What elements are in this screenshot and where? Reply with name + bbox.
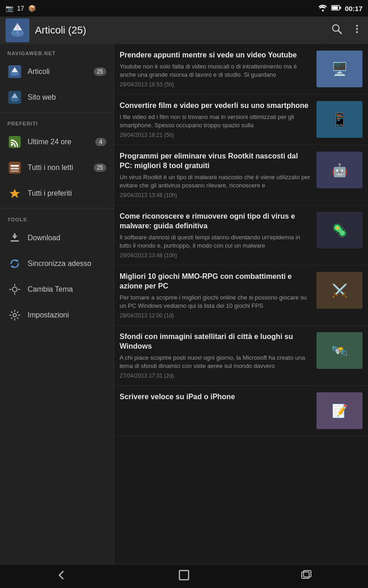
app-logo <box>6 18 29 42</box>
home-button[interactable] <box>168 565 200 588</box>
settings-icon <box>7 308 22 322</box>
article-title: Sfondi con immagini satellitari di città… <box>120 332 312 351</box>
sidebar-item-ultime-24-ore[interactable]: Ultime 24 ore 4 <box>0 129 114 155</box>
article-meta: 29/04/2013 13:48 (10h) <box>120 252 312 259</box>
battery-icon <box>331 5 341 12</box>
article-content: Programmi per eliminare virus Rootkit na… <box>120 152 316 198</box>
clock: 00:17 <box>345 5 362 12</box>
sync-icon <box>7 256 22 271</box>
status-bar: 📷 17 📦 00:17 <box>0 0 368 17</box>
theme-icon <box>7 282 22 297</box>
sidebar-item-tutti-preferiti[interactable]: Tutti i preferiti <box>0 181 114 206</box>
article-list: Prendere appunti mentre si vede un video… <box>114 44 368 564</box>
article-content: Convertire film e video per vederli su u… <box>120 101 316 138</box>
sidebar-item-tutti-non-letti[interactable]: Tutti i non letti 25 <box>0 155 114 181</box>
svg-rect-25 <box>11 240 19 242</box>
impostazioni-label: Impostazioni <box>28 311 106 319</box>
article-thumbnail: 🤖 <box>316 152 362 188</box>
svg-rect-22 <box>11 168 19 170</box>
article-meta: 27/04/2013 17:31 (2d) <box>120 373 312 379</box>
article-thumbnail: 📝 <box>316 392 362 429</box>
article-item[interactable]: Migliori 10 giochi MMO-RPG con combattim… <box>114 266 368 326</box>
status-left: 📷 17 📦 <box>6 5 36 12</box>
svg-rect-23 <box>11 170 19 172</box>
cambia-tema-label: Cambia Tema <box>28 285 106 294</box>
svg-point-19 <box>11 144 13 146</box>
article-content: Prendere appunti mentre si vede un video… <box>120 51 316 88</box>
sincronizza-label: Sincronizza adesso <box>28 260 106 268</box>
svg-point-11 <box>356 31 358 33</box>
divider-2 <box>0 208 114 209</box>
sidebar-item-sito-web[interactable]: Sito web <box>0 85 114 110</box>
article-thumbnail: 🦠 <box>316 212 362 249</box>
svg-rect-1 <box>339 6 341 9</box>
ultime-24-ore-badge: 4 <box>95 138 106 146</box>
tutti-non-letti-label: Tutti i non letti <box>28 164 94 172</box>
rss-icon <box>7 135 22 149</box>
svg-rect-36 <box>179 571 189 580</box>
sidebar-item-impostazioni[interactable]: Impostazioni <box>0 302 114 328</box>
article-content: Sfondi con immagini satellitari di città… <box>120 332 316 379</box>
svg-rect-27 <box>14 233 16 237</box>
article-thumbnail: 🖥️ <box>316 51 362 87</box>
article-excerpt: A chi piace scoprire posti nuovi ogni gi… <box>120 354 312 370</box>
article-title: Migliori 10 giochi MMO-RPG con combattim… <box>120 272 312 291</box>
article-item[interactable]: Scrivere veloce su iPad o iPhone📝 <box>114 386 368 436</box>
bottom-nav <box>0 564 368 588</box>
preferiti-label: PREFERITI <box>0 114 114 129</box>
article-item[interactable]: Come riconoscere e rimuovere ogni tipo d… <box>114 205 368 266</box>
wifi-icon <box>318 4 328 13</box>
recents-button[interactable] <box>291 565 322 588</box>
article-item[interactable]: Prendere appunti mentre si vede un video… <box>114 44 368 95</box>
svg-point-9 <box>356 25 358 27</box>
article-excerpt: Il software dannosi di questi tempi stan… <box>120 233 312 250</box>
article-meta: 29/04/2013 13:48 (10h) <box>120 192 312 198</box>
article-meta: 29/04/2013 18:21 (5h) <box>120 132 312 138</box>
sidebar-item-articoli[interactable]: Articoli 25 <box>0 59 114 85</box>
article-title: Scrivere veloce su iPad o iPhone <box>120 392 312 402</box>
article-thumbnail: ⚔️ <box>316 272 362 309</box>
main-layout: NAVIGAWEB.NET Articoli 25 Sito web <box>0 44 368 564</box>
back-button[interactable] <box>46 565 77 588</box>
sidebar: NAVIGAWEB.NET Articoli 25 Sito web <box>0 44 114 564</box>
article-item[interactable]: Sfondi con immagini satellitari di città… <box>114 326 368 386</box>
more-menu-button[interactable] <box>351 23 362 37</box>
article-content: Come riconoscere e rimuovere ogni tipo d… <box>120 212 316 259</box>
svg-point-30 <box>12 287 17 292</box>
sito-web-label: Sito web <box>28 93 106 102</box>
article-meta: 28/04/2013 12:00 (1d) <box>120 312 312 319</box>
camera-icon: 📷 <box>6 5 13 12</box>
site-label: NAVIGAWEB.NET <box>0 44 114 59</box>
top-bar-actions <box>331 23 362 37</box>
article-content: Migliori 10 giochi MMO-RPG con combattim… <box>120 272 316 319</box>
article-excerpt: Per tornare a scoprire i migliori giochi… <box>120 294 312 310</box>
articoli-label: Articoli <box>28 68 94 76</box>
page-title: Articoli (25) <box>35 24 331 36</box>
status-right: 00:17 <box>318 4 362 13</box>
article-thumbnail: 📱 <box>316 101 362 138</box>
tools-label: TOOLS <box>0 210 114 225</box>
article-excerpt: I file video ed i film non si trovano ma… <box>120 113 312 130</box>
divider-1 <box>0 112 114 113</box>
tutti-preferiti-label: Tutti i preferiti <box>28 189 106 198</box>
article-content: Scrivere veloce su iPad o iPhone <box>120 392 316 404</box>
search-button[interactable] <box>331 23 342 37</box>
article-item[interactable]: Convertire film e video per vederli su u… <box>114 95 368 145</box>
svg-line-8 <box>339 30 342 34</box>
article-title: Prendere appunti mentre si vede un video… <box>120 51 312 60</box>
sidebar-item-sincronizza[interactable]: Sincronizza adesso <box>0 251 114 277</box>
article-item[interactable]: Programmi per eliminare virus Rootkit na… <box>114 145 368 205</box>
article-excerpt: Youtube non è solo fatta di video musica… <box>120 62 312 79</box>
download-icon <box>7 231 22 245</box>
ultime-24-ore-label: Ultime 24 ore <box>28 138 95 146</box>
sidebar-item-cambia-tema[interactable]: Cambia Tema <box>0 277 114 302</box>
svg-rect-2 <box>332 6 338 9</box>
svg-point-35 <box>13 314 17 317</box>
article-excerpt: Un virus Rootkit è un tipo di malware na… <box>120 173 312 190</box>
svg-point-10 <box>356 28 358 30</box>
article-thumbnail: 🛰️ <box>316 332 362 369</box>
sidebar-item-download[interactable]: Download <box>0 225 114 251</box>
stack-icon <box>7 160 22 175</box>
articoli-icon <box>7 64 22 79</box>
article-meta: 29/04/2013 18:53 (5h) <box>120 81 312 88</box>
